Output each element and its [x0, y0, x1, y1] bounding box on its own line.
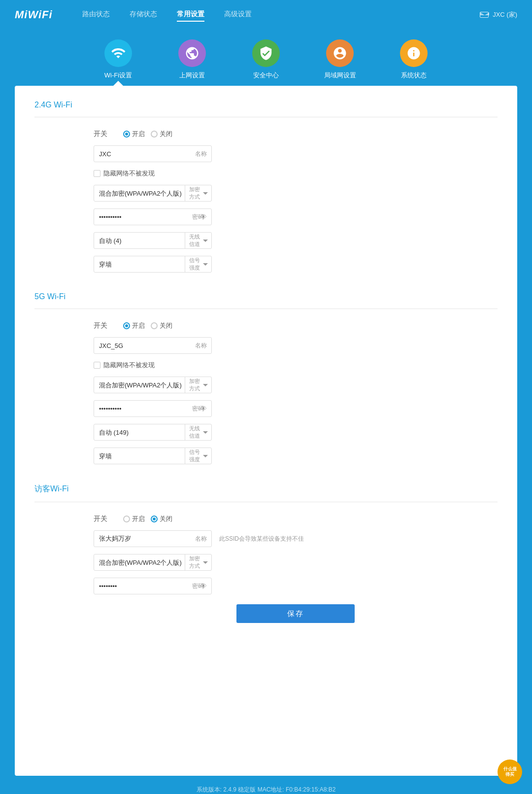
wifi-24-signal-wrap: 穿墙 信号强度 [94, 256, 212, 273]
wifi-24-divider [34, 117, 498, 117]
wifi-icon-circle [104, 39, 132, 67]
wifi-guest-encryption-select[interactable]: 混合加密(WPA/WPA2个人版) [94, 554, 212, 571]
wifi-guest-ssid-row: 名称 此SSID会导致某些设备支持不佳 [34, 530, 498, 547]
wifi-guest-warning: 此SSID会导致某些设备支持不佳 [219, 535, 304, 543]
wifi-24-signal-select[interactable]: 穿墙 [94, 256, 212, 273]
wifi-24-hidden-row: 隐藏网络不被发现 [34, 169, 498, 178]
wifi-5g-hidden-row: 隐藏网络不被发现 [34, 361, 498, 370]
wifi-24-encryption-wrap: 混合加密(WPA/WPA2个人版) 加密方式 [94, 185, 212, 202]
wifi-guest-title: 访客Wi-Fi [34, 484, 498, 494]
radio-5g-off-dot [151, 322, 158, 329]
bottom-badge[interactable]: 什么值得买 [498, 759, 522, 784]
wifi-24-channel-row: 自动 (4) 无线信道 [34, 232, 498, 249]
tab-system-status[interactable]: 系统状态 [377, 39, 451, 86]
save-button[interactable]: 保存 [236, 604, 355, 623]
wifi-24-password-row: 👁 密码 [34, 208, 498, 225]
user-label[interactable]: JXC (家) [493, 10, 517, 19]
wifi-5g-encryption-row: 混合加密(WPA/WPA2个人版) 加密方式 [34, 377, 498, 393]
shield-icon [259, 46, 273, 61]
wifi-5g-encryption-select[interactable]: 混合加密(WPA/WPA2个人版) [94, 377, 212, 393]
wifi-5g-ssid-input[interactable] [94, 337, 212, 354]
mail-icon[interactable] [480, 12, 489, 18]
wifi-24-title: 2.4G Wi-Fi [34, 101, 498, 109]
wifi-5g-switch-row: 开关 开启 关闭 [34, 321, 498, 330]
wifi-guest-divider [34, 502, 498, 502]
wifi-guest-ssid-input[interactable] [94, 530, 212, 547]
wifi-5g-switch-group: 开启 关闭 [123, 321, 172, 330]
wifi-5g-signal-select[interactable]: 穿墙 [94, 448, 212, 464]
wifi-icon [111, 46, 126, 61]
nav-advanced-settings[interactable]: 高级设置 [224, 8, 252, 22]
wifi-24-switch-row: 开关 开启 关闭 [34, 130, 498, 138]
lan-icon-circle [326, 39, 354, 67]
wifi-5g-encryption-wrap: 混合加密(WPA/WPA2个人版) 加密方式 [94, 377, 212, 393]
wifi-24-signal-row: 穿墙 信号强度 [34, 256, 498, 273]
globe-icon [185, 46, 200, 61]
wifi-24-switch-off[interactable]: 关闭 [151, 130, 172, 138]
nav-common-settings[interactable]: 常用设置 [177, 8, 204, 22]
wifi-guest-encryption-row: 混合加密(WPA/WPA2个人版) 加密方式 [34, 554, 498, 571]
radio-off-dot [151, 131, 158, 138]
wifi-5g-ssid-wrap: 名称 [94, 337, 212, 354]
wifi-5g-channel-select[interactable]: 自动 (149) [94, 424, 212, 441]
wifi-24-channel-select[interactable]: 自动 (4) [94, 232, 212, 249]
wifi-5g-ssid-suffix: 名称 [195, 342, 207, 350]
wifi-24-switch-label: 开关 [94, 130, 123, 138]
wifi-24-channel-wrap: 自动 (4) 无线信道 [94, 232, 212, 249]
logo: MiWiFi [15, 8, 53, 21]
wifi-guest-switch-label: 开关 [94, 515, 123, 523]
wifi-guest-switch-on[interactable]: 开启 [123, 515, 145, 523]
wifi-5g-signal-wrap: 穿墙 信号强度 [94, 448, 212, 464]
wifi-5g-hidden-checkbox[interactable] [94, 362, 100, 369]
wifi-24-hidden-checkbox[interactable] [94, 170, 100, 177]
nav-storage-status[interactable]: 存储状态 [130, 8, 157, 22]
header: MiWiFi 路由状态 存储状态 常用设置 高级设置 JXC (家) [0, 0, 532, 30]
wifi-24-ssid-row: 名称 [34, 145, 498, 162]
radio-on-dot [123, 131, 130, 138]
wifi-5g-signal-row: 穿墙 信号强度 [34, 448, 498, 464]
wifi-24-section: 2.4G Wi-Fi 开关 开启 关闭 名称 [34, 101, 498, 273]
main-content: 2.4G Wi-Fi 开关 开启 关闭 名称 [15, 86, 517, 776]
footer-version: 系统版本: 2.4.9 稳定版 MAC地址: F0:B4:29:15:A8:B2 [0, 786, 532, 794]
tab-security-center[interactable]: 安全中心 [229, 39, 303, 86]
wifi-guest-password-row: 👁 密码 [34, 578, 498, 594]
wifi-5g-switch-label: 开关 [94, 321, 123, 330]
wifi-5g-title: 5G Wi-Fi [34, 292, 498, 301]
radio-5g-on-dot [123, 322, 130, 329]
tab-lan-settings[interactable]: 局域网设置 [303, 39, 377, 86]
wifi-5g-password-label: 密码 [192, 405, 204, 413]
wifi-5g-section: 5G Wi-Fi 开关 开启 关闭 名称 [34, 292, 498, 464]
globe-icon-circle [178, 39, 206, 67]
wifi-5g-ssid-row: 名称 [34, 337, 498, 354]
wifi-24-password-label: 密码 [192, 213, 204, 221]
badge-label: 什么值得买 [503, 766, 517, 777]
wifi-5g-switch-off[interactable]: 关闭 [151, 321, 172, 330]
nav-route-status[interactable]: 路由状态 [82, 8, 110, 22]
wifi-guest-ssid-suffix: 名称 [195, 535, 207, 543]
lan-icon [332, 46, 347, 61]
radio-guest-on-dot [123, 516, 130, 522]
wifi-24-switch-on[interactable]: 开启 [123, 130, 145, 138]
wifi-5g-switch-on[interactable]: 开启 [123, 321, 145, 330]
save-btn-row: 保存 [34, 604, 498, 623]
wifi-24-hidden-label: 隐藏网络不被发现 [103, 169, 155, 178]
wifi-guest-switch-off[interactable]: 关闭 [151, 515, 172, 523]
wifi-guest-password-label: 密码 [192, 582, 204, 590]
wifi-5g-channel-row: 自动 (149) 无线信道 [34, 424, 498, 441]
tab-wifi-label: Wi-Fi设置 [104, 71, 132, 80]
tab-security-label: 安全中心 [253, 71, 279, 80]
tab-wifi-settings[interactable]: Wi-Fi设置 [81, 39, 155, 86]
tab-lan-label: 局域网设置 [324, 71, 356, 80]
wifi-24-ssid-suffix: 名称 [195, 150, 207, 158]
info-icon-circle [400, 39, 428, 67]
wifi-5g-password-row: 👁 密码 [34, 400, 498, 417]
wifi-24-encryption-select[interactable]: 混合加密(WPA/WPA2个人版) [94, 185, 212, 202]
wifi-24-ssid-wrap: 名称 [94, 145, 212, 162]
radio-guest-off-dot [151, 516, 158, 522]
header-right: JXC (家) [480, 10, 517, 19]
footer: 系统版本: 2.4.9 稳定版 MAC地址: F0:B4:29:15:A8:B2… [0, 776, 532, 794]
tab-system-label: 系统状态 [401, 71, 427, 80]
tabs-section: Wi-Fi设置 上网设置 安全中心 局域网设置 系统状态 [0, 30, 532, 86]
wifi-24-ssid-input[interactable] [94, 145, 212, 162]
tab-internet-settings[interactable]: 上网设置 [155, 39, 229, 86]
